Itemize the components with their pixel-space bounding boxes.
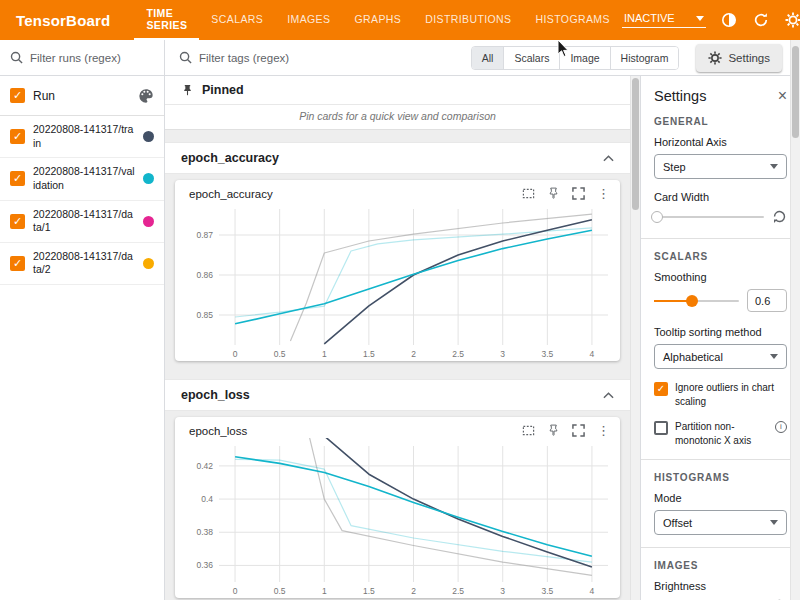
tab-distributions[interactable]: DISTRIBUTIONS	[413, 0, 523, 40]
tooltip-sorting-select[interactable]: Alphabetical	[654, 344, 787, 369]
smoothing-slider[interactable]	[654, 300, 739, 302]
svg-text:1: 1	[322, 349, 327, 359]
run-checkbox[interactable]: ✓	[10, 256, 25, 271]
svg-text:0.87: 0.87	[196, 230, 213, 240]
main-nav: TIME SERIES SCALARS IMAGES GRAPHS DISTRI…	[134, 0, 621, 40]
main-scrollbar[interactable]	[630, 76, 640, 600]
run-row-data-2[interactable]: ✓ 20220808-141317/data/2	[0, 243, 164, 285]
scalars-section-heading: SCALARS	[654, 251, 787, 262]
fit-domain-icon[interactable]	[522, 424, 535, 437]
info-icon[interactable]: i	[775, 421, 787, 433]
tooltip-sorting-value: Alphabetical	[663, 351, 723, 363]
slider-knob[interactable]	[686, 295, 698, 307]
chevron-down-icon	[770, 164, 778, 169]
fullscreen-icon[interactable]	[572, 424, 585, 437]
section-title: epoch_accuracy	[181, 151, 279, 165]
partition-x-axis-checkbox[interactable]	[654, 421, 668, 435]
tag-filter-histogram[interactable]: Histogram	[611, 47, 679, 69]
fit-domain-icon[interactable]	[522, 187, 535, 200]
chevron-up-icon[interactable]	[603, 155, 614, 162]
section-epoch-accuracy[interactable]: epoch_accuracy	[165, 142, 630, 174]
svg-text:1.5: 1.5	[363, 349, 375, 359]
more-options-icon[interactable]: ⋮	[597, 187, 610, 200]
ignore-outliers-option[interactable]: ✓ Ignore outliers in chart scaling	[654, 381, 787, 408]
smoothing-value-input[interactable]: 0.6	[747, 289, 787, 312]
run-row-data-1[interactable]: ✓ 20220808-141317/data/1	[0, 201, 164, 243]
select-all-runs-checkbox[interactable]: ✓	[10, 88, 25, 103]
svg-text:2: 2	[411, 349, 416, 359]
pin-icon	[181, 84, 194, 97]
window-scrollbar[interactable]	[790, 40, 800, 600]
images-section-heading: IMAGES	[654, 560, 787, 571]
run-checkbox[interactable]: ✓	[10, 214, 25, 229]
reset-icon[interactable]	[772, 209, 787, 224]
run-checkbox[interactable]: ✓	[10, 171, 25, 186]
tag-filter-scalars[interactable]: Scalars	[504, 47, 560, 69]
section-gap	[165, 130, 630, 142]
tab-graphs[interactable]: GRAPHS	[342, 0, 413, 40]
svg-text:0.86: 0.86	[196, 270, 213, 280]
gear-icon[interactable]	[784, 11, 800, 29]
run-color-dot	[143, 258, 154, 269]
ignore-outliers-checkbox[interactable]: ✓	[654, 382, 668, 396]
tab-histograms[interactable]: HISTOGRAMS	[523, 0, 621, 40]
refresh-icon[interactable]	[752, 11, 770, 29]
epoch-accuracy-card: epoch_accuracy ⋮ 00.511.52	[175, 180, 620, 361]
tab-time-series[interactable]: TIME SERIES	[134, 0, 199, 40]
svg-text:0.38: 0.38	[196, 527, 213, 537]
card-actions: ⋮	[522, 187, 610, 200]
card-header: epoch_accuracy ⋮	[175, 180, 620, 201]
histogram-mode-select[interactable]: Offset	[654, 510, 787, 535]
ignore-outliers-label: Ignore outliers in chart scaling	[675, 381, 787, 408]
svg-text:0.5: 0.5	[274, 349, 286, 359]
more-options-icon[interactable]: ⋮	[597, 424, 610, 437]
filter-runs-input[interactable]	[30, 52, 140, 64]
pinned-title: Pinned	[202, 83, 244, 97]
tab-scalars[interactable]: SCALARS	[199, 0, 275, 40]
histograms-section-heading: HISTOGRAMS	[654, 472, 787, 483]
pin-card-icon[interactable]	[547, 187, 560, 200]
runs-sidebar: ✓ Run ✓ 20220808-141317/train ✓ 20220808…	[0, 76, 165, 600]
palette-icon[interactable]	[138, 88, 154, 104]
slider-knob[interactable]	[651, 211, 663, 223]
content-area: ✓ Run ✓ 20220808-141317/train ✓ 20220808…	[0, 76, 800, 600]
svg-text:1: 1	[322, 586, 327, 596]
card-width-slider[interactable]	[654, 216, 764, 218]
filter-toolbar: All Scalars Image Histogram Settings	[0, 40, 800, 76]
run-row-validation[interactable]: ✓ 20220808-141317/validation	[0, 158, 164, 200]
run-row-train[interactable]: ✓ 20220808-141317/train	[0, 116, 164, 158]
theme-toggle-icon[interactable]	[720, 11, 738, 29]
reload-status-select[interactable]: INACTIVE	[622, 12, 706, 28]
run-name: 20220808-141317/data/1	[33, 208, 135, 235]
brightness-label: Brightness	[654, 580, 787, 592]
settings-button[interactable]: Settings	[696, 44, 782, 72]
epoch-loss-chart[interactable]: 00.511.522.533.540.360.380.40.42	[175, 438, 620, 598]
svg-text:0: 0	[233, 349, 238, 359]
fullscreen-icon[interactable]	[572, 187, 585, 200]
tab-images[interactable]: IMAGES	[275, 0, 342, 40]
chevron-up-icon[interactable]	[603, 392, 614, 399]
partition-x-axis-label: Partition non-monotonic X axis	[675, 420, 768, 447]
partition-x-axis-option[interactable]: Partition non-monotonic X axis i	[654, 420, 787, 447]
tags-filter-area: All Scalars Image Histogram Settings	[165, 40, 800, 75]
scrollbar-thumb[interactable]	[632, 78, 639, 210]
card-width-label: Card Width	[654, 191, 787, 203]
chevron-down-icon	[770, 354, 778, 359]
section-epoch-loss[interactable]: epoch_loss	[165, 379, 630, 411]
run-name: 20220808-141317/train	[33, 123, 135, 150]
filter-tags-input[interactable]	[199, 52, 309, 64]
close-icon[interactable]: ×	[778, 88, 787, 104]
svg-text:3.5: 3.5	[541, 349, 553, 359]
horizontal-axis-select[interactable]: Step	[654, 154, 787, 179]
svg-text:0: 0	[233, 586, 238, 596]
pinned-section-header: Pinned	[165, 76, 630, 105]
pin-card-icon[interactable]	[547, 424, 560, 437]
scrollbar-thumb[interactable]	[792, 46, 799, 138]
tag-filter-image[interactable]: Image	[560, 47, 610, 69]
run-checkbox[interactable]: ✓	[10, 129, 25, 144]
gear-icon	[708, 51, 722, 65]
run-color-dot	[143, 173, 154, 184]
tag-filter-all[interactable]: All	[472, 47, 505, 69]
card-area: epoch_accuracy ⋮ 00.511.52	[165, 174, 630, 371]
epoch-accuracy-chart[interactable]: 00.511.522.533.540.850.860.87	[175, 201, 620, 361]
